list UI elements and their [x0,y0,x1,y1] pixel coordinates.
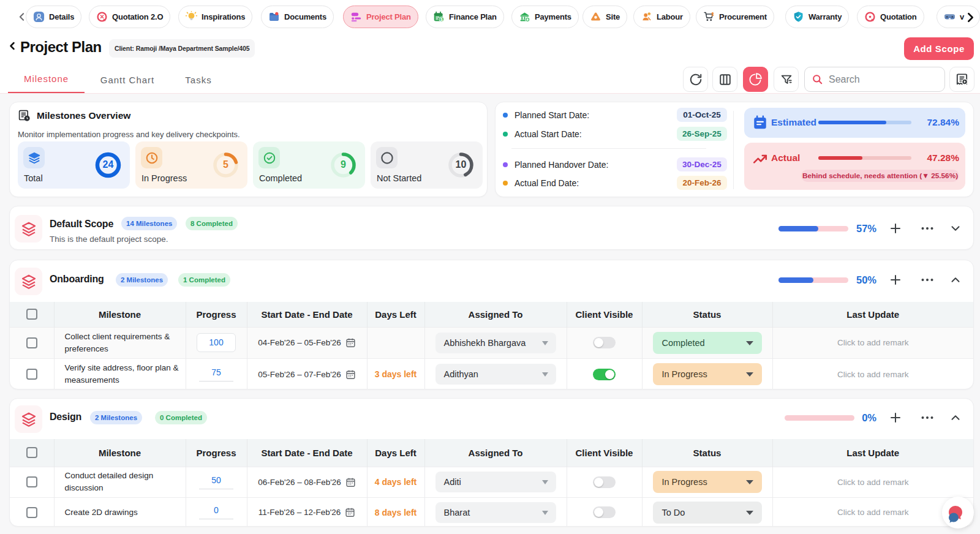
svg-text:$: $ [440,17,443,22]
